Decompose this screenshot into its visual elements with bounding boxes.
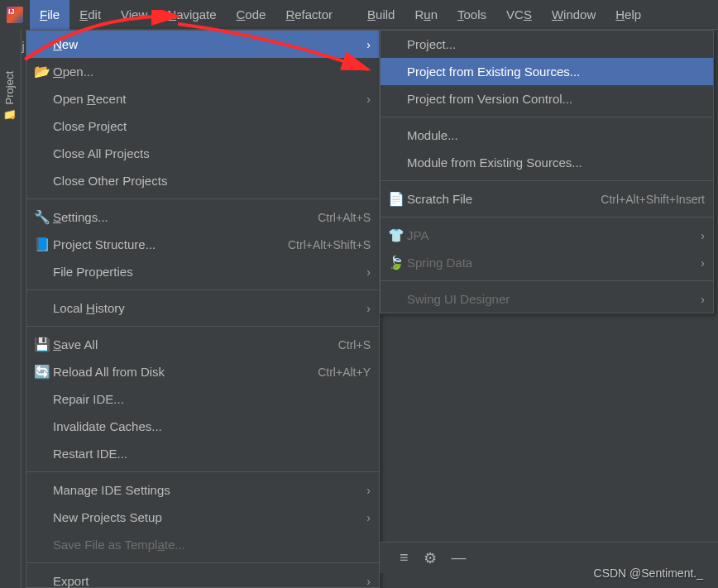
menu-item-label: Open Recent bbox=[53, 92, 358, 106]
submenu-chevron-icon: › bbox=[358, 38, 371, 51]
menubar: File Edit View Navigate Code Refactor Bu… bbox=[0, 0, 718, 30]
menu-item-shortcut: Ctrl+Alt+Y bbox=[301, 366, 371, 379]
menu-file[interactable]: File bbox=[30, 0, 69, 30]
menu-item-label: Project... bbox=[407, 37, 705, 51]
file-menu-separator bbox=[26, 198, 379, 199]
file-menu-item-project-structure[interactable]: 📘Project Structure...Ctrl+Alt+Shift+S bbox=[26, 231, 379, 258]
menu-item-label: New Projects Setup bbox=[53, 510, 358, 524]
menu-item-icon: 👕 bbox=[385, 227, 407, 243]
submenu-chevron-icon: › bbox=[692, 256, 705, 270]
menu-item-label: JPA bbox=[407, 228, 692, 242]
file-menu-item-export[interactable]: Export› bbox=[26, 567, 379, 588]
new-menu-item-project[interactable]: Project... bbox=[381, 31, 713, 58]
new-menu-item-spring-data: 🍃Spring Data› bbox=[381, 249, 713, 276]
file-menu-item-manage-ide-settings[interactable]: Manage IDE Settings› bbox=[26, 476, 379, 504]
menu-help[interactable]: Help bbox=[606, 0, 651, 30]
file-menu-item-close-all-projects[interactable]: Close All Projects bbox=[26, 140, 379, 167]
menu-refactor[interactable]: Refactor bbox=[275, 0, 342, 30]
file-menu-item-settings[interactable]: 🔧Settings...Ctrl+Alt+S bbox=[26, 203, 379, 231]
menu-item-label: File Properties bbox=[53, 265, 358, 279]
file-menu-item-save-all[interactable]: 💾Save AllCtrl+S bbox=[26, 331, 379, 358]
submenu-chevron-icon: › bbox=[358, 484, 371, 497]
menu-item-label: Reload All from Disk bbox=[53, 365, 301, 379]
file-menu-item-invalidate-caches[interactable]: Invalidate Caches... bbox=[26, 413, 379, 440]
menu-item-shortcut: Ctrl+Alt+S bbox=[301, 211, 371, 224]
new-menu-item-module[interactable]: Module... bbox=[381, 122, 713, 149]
minimize-icon[interactable]: — bbox=[452, 549, 467, 566]
file-menu-separator bbox=[26, 289, 379, 290]
new-menu-item-module-from-existing-sources[interactable]: Module from Existing Sources... bbox=[381, 149, 713, 176]
submenu-chevron-icon: › bbox=[358, 265, 371, 279]
menu-vcs[interactable]: VCS bbox=[496, 0, 542, 30]
menu-code[interactable]: Code bbox=[227, 0, 276, 30]
menu-item-icon: 🔄 bbox=[31, 364, 53, 380]
file-menu-item-new-projects-setup[interactable]: New Projects Setup› bbox=[26, 504, 379, 531]
app-icon bbox=[0, 0, 30, 30]
menu-item-icon: 💾 bbox=[31, 337, 53, 352]
menu-item-icon: 📘 bbox=[31, 237, 53, 252]
new-menu-item-scratch-file[interactable]: 📄Scratch FileCtrl+Alt+Shift+Insert bbox=[381, 185, 713, 213]
file-menu-item-close-project[interactable]: Close Project bbox=[26, 112, 379, 140]
submenu-chevron-icon: › bbox=[358, 93, 371, 106]
menu-item-label: Module from Existing Sources... bbox=[407, 155, 705, 170]
file-menu-dropdown: New›📂Open...Open Recent›Close ProjectClo… bbox=[26, 30, 380, 588]
file-menu-item-restart-ide[interactable]: Restart IDE... bbox=[26, 440, 379, 467]
file-menu-item-save-file-as-template: Save File as Template... bbox=[26, 531, 379, 558]
menu-item-label: Settings... bbox=[53, 210, 301, 224]
menu-item-label: Spring Data bbox=[407, 256, 692, 270]
watermark: CSDN @Sentiment._ bbox=[594, 566, 703, 580]
menu-item-label: Scratch File bbox=[407, 192, 584, 206]
new-menu-separator bbox=[381, 217, 713, 218]
menu-item-label: Project from Version Control... bbox=[407, 92, 705, 106]
menu-tools[interactable]: Tools bbox=[448, 0, 496, 30]
menu-navigate[interactable]: Navigate bbox=[157, 0, 226, 30]
menu-item-icon: 📂 bbox=[31, 64, 53, 79]
menu-run[interactable]: Run bbox=[404, 0, 448, 30]
file-menu-item-open-recent[interactable]: Open Recent› bbox=[26, 85, 379, 112]
menu-edit[interactable]: Edit bbox=[69, 0, 111, 30]
menu-item-icon: 🔧 bbox=[31, 209, 53, 225]
menu-view[interactable]: View bbox=[111, 0, 157, 30]
submenu-chevron-icon: › bbox=[692, 293, 705, 306]
menu-item-label: Repair IDE... bbox=[53, 392, 371, 406]
new-menu-separator bbox=[381, 117, 713, 117]
file-menu-item-new[interactable]: New› bbox=[26, 31, 379, 58]
file-menu-separator bbox=[26, 326, 379, 327]
menu-item-label: Project Structure... bbox=[53, 237, 271, 251]
file-menu-separator bbox=[26, 562, 379, 563]
menu-item-label: Swing UI Designer bbox=[407, 292, 692, 306]
menu-item-label: Close Project bbox=[53, 119, 371, 133]
new-menu-item-jpa: 👕JPA› bbox=[381, 222, 713, 249]
file-menu-item-close-other-projects[interactable]: Close Other Projects bbox=[26, 167, 379, 194]
folder-icon: 📁 bbox=[3, 109, 16, 122]
file-menu-item-file-properties[interactable]: File Properties› bbox=[26, 258, 379, 285]
file-menu-item-reload-all-from-disk[interactable]: 🔄Reload All from DiskCtrl+Alt+Y bbox=[26, 358, 379, 385]
menu-item-label: Export bbox=[53, 574, 358, 588]
file-menu-item-local-history[interactable]: Local History› bbox=[26, 294, 379, 322]
menu-build[interactable]: Build bbox=[357, 0, 404, 30]
submenu-chevron-icon: › bbox=[358, 302, 371, 315]
menu-window[interactable]: Window bbox=[542, 0, 606, 30]
sidebar: 📁 Project bbox=[0, 30, 22, 588]
new-menu-separator bbox=[381, 180, 713, 181]
new-menu-item-project-from-version-control[interactable]: Project from Version Control... bbox=[381, 85, 713, 112]
menu-item-shortcut: Ctrl+Alt+Shift+S bbox=[271, 238, 371, 251]
menu-item-label: New bbox=[53, 37, 358, 51]
menu-item-label: Save All bbox=[53, 337, 322, 351]
file-menu-item-open[interactable]: 📂Open... bbox=[26, 58, 379, 85]
sidebar-tab-project[interactable]: 📁 Project bbox=[0, 63, 19, 131]
menu-item-icon: 📄 bbox=[385, 191, 407, 207]
menu-item-icon: 🍃 bbox=[385, 255, 407, 270]
menu-item-label: Restart IDE... bbox=[53, 447, 371, 461]
menu-item-shortcut: Ctrl+S bbox=[322, 338, 371, 351]
new-menu-item-project-from-existing-sources[interactable]: Project from Existing Sources... bbox=[381, 58, 713, 85]
new-menu-item-swing-ui-designer: Swing UI Designer› bbox=[381, 285, 713, 313]
menu-item-shortcut: Ctrl+Alt+Shift+Insert bbox=[584, 193, 705, 206]
menu-item-label: Close All Projects bbox=[53, 146, 371, 160]
structure-icon[interactable]: ≡ bbox=[400, 549, 409, 566]
menu-item-label: Close Other Projects bbox=[53, 174, 371, 188]
file-menu-item-repair-ide[interactable]: Repair IDE... bbox=[26, 385, 379, 413]
new-submenu-dropdown: Project...Project from Existing Sources.… bbox=[380, 30, 714, 313]
menu-item-label: Module... bbox=[407, 128, 705, 142]
settings-icon[interactable]: ⚙ bbox=[424, 549, 437, 567]
